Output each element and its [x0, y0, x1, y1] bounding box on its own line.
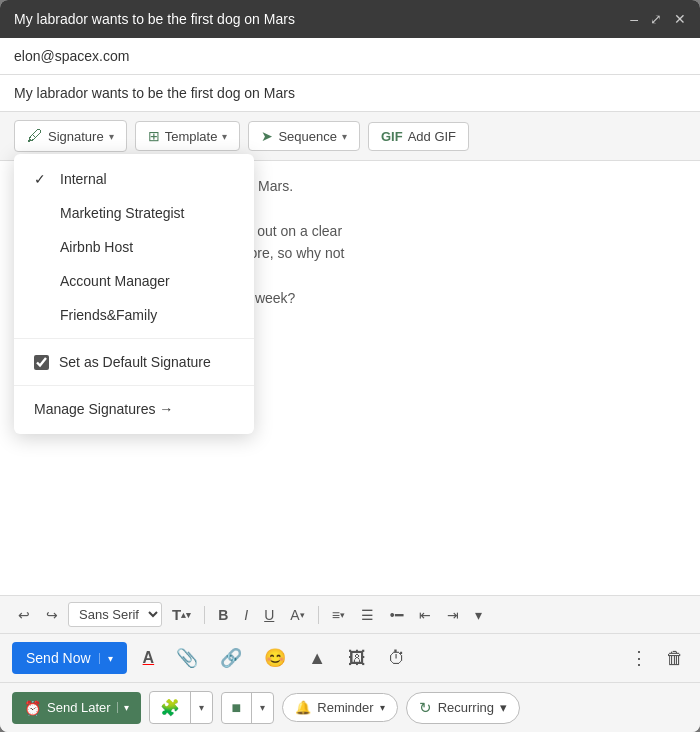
manage-signatures-label: Manage Signatures →: [34, 401, 173, 417]
puzzle-button[interactable]: 🧩 ▾: [149, 691, 213, 724]
email-subject-value: My labrador wants to be the first dog on…: [14, 85, 295, 101]
drive-button[interactable]: ▲: [302, 644, 332, 673]
send-now-label: Send Now: [26, 650, 99, 666]
send-later-button[interactable]: ⏰ Send Later ▾: [12, 692, 141, 724]
undo-button[interactable]: ↩: [12, 603, 36, 627]
more-format-button[interactable]: ▾: [469, 603, 488, 627]
dropdown-item-internal[interactable]: ✓ Internal: [14, 162, 254, 196]
dropdown-divider: [14, 338, 254, 339]
delete-draft-button[interactable]: 🗑: [662, 644, 688, 673]
recurring-label: Recurring: [438, 700, 494, 715]
signature-icon: 🖊: [27, 127, 43, 145]
bold-button[interactable]: B: [212, 603, 234, 627]
recurring-icon: ↻: [419, 699, 432, 717]
set-default-checkbox[interactable]: [34, 355, 49, 370]
minimize-button[interactable]: –: [630, 11, 638, 27]
template-label: Template: [165, 129, 218, 144]
more-options-button[interactable]: ⋮: [626, 643, 652, 673]
square-icon: ■: [222, 693, 253, 723]
square-chevron-icon: ▾: [252, 696, 273, 719]
send-now-button[interactable]: Send Now ▾: [12, 642, 127, 674]
format-toolbar: ↩ ↪ Sans Serif T▴▾ B I U A▾ ≡▾ ☰ •━ ⇤ ⇥ …: [0, 595, 700, 633]
window-controls: – ⤢ ✕: [630, 11, 686, 27]
send-later-chevron-icon: ▾: [117, 702, 129, 713]
sequence-icon: ➤: [261, 128, 273, 144]
send-later-label: Send Later: [47, 700, 111, 715]
recurring-chevron-icon: ▾: [500, 700, 507, 715]
align-button[interactable]: ≡▾: [326, 603, 351, 627]
gif-icon: GIF: [381, 129, 403, 144]
dropdown-item-marketing[interactable]: Marketing Strategist: [14, 196, 254, 230]
check-icon: ✓: [34, 171, 50, 187]
maximize-button[interactable]: ⤢: [650, 11, 662, 27]
dropdown-item-label: Friends&Family: [60, 307, 157, 323]
square-button[interactable]: ■ ▾: [221, 692, 275, 724]
add-gif-label: Add GIF: [408, 129, 456, 144]
close-button[interactable]: ✕: [674, 11, 686, 27]
font-size-button[interactable]: T▴▾: [166, 602, 197, 627]
dropdown-item-friends[interactable]: Friends&Family: [14, 298, 254, 332]
indent-more-button[interactable]: ⇥: [441, 603, 465, 627]
bottom-toolbar: ⏰ Send Later ▾ 🧩 ▾ ■ ▾ 🔔 Reminder ▾ ↻ Re…: [0, 682, 700, 732]
unordered-list-button[interactable]: •━: [384, 603, 409, 627]
signature-chevron-icon: ▾: [109, 131, 114, 142]
format-separator-2: [318, 606, 319, 624]
dropdown-item-label: Marketing Strategist: [60, 205, 185, 221]
emoji-button[interactable]: 😊: [258, 643, 292, 673]
template-button[interactable]: ⊞ Template ▾: [135, 121, 241, 151]
puzzle-icon: 🧩: [150, 692, 191, 723]
redo-button[interactable]: ↪: [40, 603, 64, 627]
dropdown-item-account[interactable]: Account Manager: [14, 264, 254, 298]
reminder-button[interactable]: 🔔 Reminder ▾: [282, 693, 397, 722]
title-bar: My labrador wants to be the first dog on…: [0, 0, 700, 38]
signature-button[interactable]: 🖊 Signature ▾: [14, 120, 127, 152]
compose-toolbar: 🖊 Signature ▾ ⊞ Template ▾ ➤ Sequence ▾ …: [0, 112, 700, 161]
recurring-button[interactable]: ↻ Recurring ▾: [406, 692, 520, 724]
signature-dropdown: ✓ Internal Marketing Strategist Airbnb H…: [14, 154, 254, 434]
template-icon: ⊞: [148, 128, 160, 144]
add-gif-button[interactable]: GIF Add GIF: [368, 122, 469, 151]
format-separator: [204, 606, 205, 624]
set-default-item[interactable]: Set as Default Signature: [14, 345, 254, 379]
email-to-field[interactable]: elon@spacex.com: [0, 38, 700, 75]
send-now-chevron-icon: ▾: [99, 653, 113, 664]
indent-less-button[interactable]: ⇤: [413, 603, 437, 627]
signature-label: Signature: [48, 129, 104, 144]
dropdown-item-label: Internal: [60, 171, 107, 187]
image-button[interactable]: 🖼: [342, 644, 372, 673]
dropdown-divider-2: [14, 385, 254, 386]
window-title: My labrador wants to be the first dog on…: [14, 11, 295, 27]
action-toolbar: Send Now ▾ A 📎 🔗 😊 ▲ 🖼 ⏱ ⋮ 🗑: [0, 633, 700, 682]
bell-icon: 🔔: [295, 700, 311, 715]
template-chevron-icon: ▾: [222, 131, 227, 142]
sequence-label: Sequence: [278, 129, 337, 144]
font-family-select[interactable]: Sans Serif: [68, 602, 162, 627]
dropdown-item-label: Airbnb Host: [60, 239, 133, 255]
sequence-chevron-icon: ▾: [342, 131, 347, 142]
reminder-chevron-icon: ▾: [380, 702, 385, 713]
attach-file-button[interactable]: 📎: [170, 643, 204, 673]
font-color-button[interactable]: A▾: [284, 603, 310, 627]
text-color-action-button[interactable]: A: [137, 645, 161, 671]
dropdown-item-label: Account Manager: [60, 273, 170, 289]
sequence-button[interactable]: ➤ Sequence ▾: [248, 121, 360, 151]
email-compose-window: My labrador wants to be the first dog on…: [0, 0, 700, 732]
puzzle-chevron-icon: ▾: [191, 696, 212, 719]
dropdown-item-airbnb[interactable]: Airbnb Host: [14, 230, 254, 264]
italic-button[interactable]: I: [238, 603, 254, 627]
ordered-list-button[interactable]: ☰: [355, 603, 380, 627]
email-subject-field[interactable]: My labrador wants to be the first dog on…: [0, 75, 700, 112]
manage-signatures-item[interactable]: Manage Signatures →: [14, 392, 254, 426]
insert-link-button[interactable]: 🔗: [214, 643, 248, 673]
clock-icon: ⏰: [24, 700, 41, 716]
email-to-value: elon@spacex.com: [14, 48, 129, 64]
underline-button[interactable]: U: [258, 603, 280, 627]
set-default-label: Set as Default Signature: [59, 354, 211, 370]
reminder-label: Reminder: [317, 700, 373, 715]
schedule-button[interactable]: ⏱: [382, 644, 412, 673]
